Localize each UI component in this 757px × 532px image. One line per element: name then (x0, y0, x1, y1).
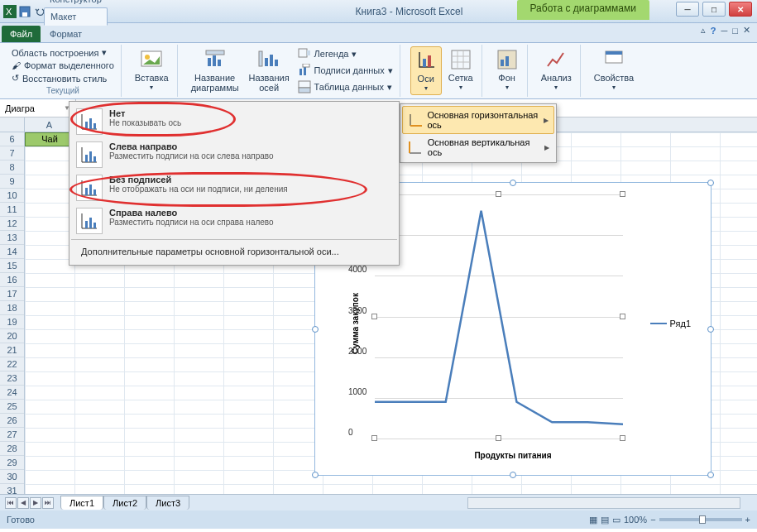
row-header[interactable]: 27 (0, 428, 24, 442)
row-header[interactable]: 23 (0, 371, 24, 386)
row-header[interactable]: 19 (0, 315, 24, 329)
svg-rect-7 (208, 58, 211, 66)
axis-option-2[interactable]: Без подписейНе отображать на оси ни подп… (71, 171, 397, 204)
zoom-level[interactable]: 100% (624, 515, 647, 525)
zoom-in-button[interactable]: + (745, 515, 750, 525)
axes-button[interactable]: Оси▾ (410, 46, 442, 95)
row-header[interactable]: 8 (0, 161, 24, 175)
axis-option-3[interactable]: Справа налевоРазместить подписи на оси с… (71, 204, 397, 237)
ribbon-tab-макет[interactable]: Макет (44, 7, 108, 26)
zoom-out-button[interactable]: − (650, 515, 655, 525)
axes-horizontal-item[interactable]: Основная горизонтальная ось▶ (402, 106, 554, 134)
view-pagebreak-icon[interactable]: ▭ (612, 515, 620, 525)
insert-button[interactable]: Вставка▾ (132, 46, 172, 93)
svg-rect-40 (93, 223, 96, 228)
ribbon-minimize-icon[interactable]: ▵ (701, 25, 706, 36)
ribbon-group-axes: Оси▾ Сетка▾ (405, 45, 482, 97)
data-table-button[interactable]: Таблица данных ▾ (296, 79, 395, 94)
ribbon-group-labels: Название диаграммы Названия осей Легенда… (183, 45, 400, 97)
row-header[interactable]: 11 (0, 203, 24, 217)
svg-rect-22 (428, 55, 431, 67)
row-header[interactable]: 18 (0, 301, 24, 315)
row-header[interactable]: 17 (0, 287, 24, 301)
data-labels-button[interactable]: Подписи данных ▾ (296, 63, 395, 78)
file-tab[interactable]: Файл (2, 26, 41, 42)
doc-close-icon[interactable]: ✕ (743, 25, 750, 36)
axis-option-desc: Разместить подписи на оси справа налево (109, 218, 274, 227)
gridlines-button[interactable]: Сетка▾ (445, 46, 477, 95)
zoom-slider[interactable] (659, 518, 742, 521)
save-icon[interactable] (18, 5, 31, 18)
reset-style-button[interactable]: ↺Восстановить стиль (10, 72, 116, 84)
chart-legend[interactable]: Ряд1 (650, 319, 691, 328)
chart-tools-contextual-tab: Работа с диаграммами (517, 0, 650, 20)
row-header[interactable]: 14 (0, 245, 24, 259)
row-header[interactable]: 20 (0, 329, 24, 343)
properties-button[interactable]: Свойства▾ (591, 46, 637, 93)
data-table-icon (298, 80, 311, 93)
row-header[interactable]: 12 (0, 217, 24, 231)
chart-y-axis-title[interactable]: Сумма закупок (351, 293, 360, 354)
view-layout-icon[interactable]: ▤ (601, 515, 609, 525)
row-header[interactable]: 30 (0, 470, 24, 484)
axis-option-desc: Разместить подписи на оси слева направо (109, 151, 274, 161)
format-selection-button[interactable]: 🖌Формат выделенного (10, 60, 116, 71)
gridlines-icon (449, 48, 472, 71)
row-header[interactable]: 25 (0, 400, 24, 414)
axis-titles-button[interactable]: Названия осей (246, 46, 293, 94)
row-header[interactable]: 10 (0, 189, 24, 203)
axis-option-0[interactable]: НетНе показывать ось (71, 105, 397, 138)
chart-x-axis-title[interactable]: Продукты питания (474, 451, 551, 460)
row-header[interactable]: 6 (0, 132, 24, 146)
ribbon-group-insert: Вставка▾ (127, 45, 178, 97)
axis-more-options[interactable]: Дополнительные параметры основной горизо… (71, 242, 397, 261)
legend-button[interactable]: Легенда ▾ (296, 46, 395, 61)
background-icon (496, 48, 519, 71)
sheet-nav-prev[interactable]: ◀ (17, 497, 29, 509)
ribbon-tab-формат[interactable]: Формат (44, 26, 108, 42)
sheet-nav-first[interactable]: ⏮ (5, 497, 17, 509)
sheet-tab[interactable]: Лист1 (60, 496, 103, 510)
row-header[interactable]: 22 (0, 357, 24, 371)
cell-a6[interactable]: Чай (25, 132, 74, 146)
row-header[interactable]: 29 (0, 456, 24, 470)
minimize-button[interactable]: ─ (676, 2, 699, 17)
chart-title-button[interactable]: Название диаграммы (188, 46, 242, 94)
help-icon[interactable]: ? (711, 26, 716, 36)
analysis-button[interactable]: Анализ▾ (538, 46, 575, 93)
svg-rect-13 (275, 60, 278, 66)
svg-rect-26 (505, 56, 509, 66)
row-header[interactable]: 31 (0, 484, 24, 494)
row-header[interactable]: 7 (0, 146, 24, 161)
svg-rect-12 (270, 55, 273, 66)
svg-rect-31 (93, 123, 96, 129)
sheet-nav-last[interactable]: ⏭ (42, 497, 54, 509)
row-header[interactable]: 16 (0, 273, 24, 287)
doc-restore-icon[interactable]: □ (732, 26, 738, 36)
sheet-nav-next[interactable]: ▶ (30, 497, 41, 509)
close-button[interactable]: ✕ (729, 2, 752, 17)
vertical-axis-icon (407, 139, 423, 156)
maximize-button[interactable]: □ (702, 2, 726, 17)
svg-rect-25 (501, 60, 504, 66)
row-header[interactable]: 21 (0, 343, 24, 357)
horizontal-scrollbar[interactable] (467, 497, 740, 509)
ribbon-tab-конструктор[interactable]: Конструктор (44, 0, 108, 7)
row-header[interactable]: 13 (0, 231, 24, 245)
axis-option-1[interactable]: Слева направоРазместить подписи на оси с… (71, 138, 397, 171)
axes-vertical-item[interactable]: Основная вертикальная ось▶ (402, 134, 554, 161)
sheet-tab[interactable]: Лист3 (146, 496, 189, 510)
view-normal-icon[interactable]: ▦ (589, 515, 597, 525)
row-header[interactable]: 28 (0, 442, 24, 456)
row-header[interactable]: 9 (0, 175, 24, 189)
sheet-tab[interactable]: Лист2 (103, 496, 146, 510)
selection-dropdown[interactable]: Область построения ▾ (10, 46, 116, 59)
row-header[interactable]: 24 (0, 386, 24, 400)
name-box[interactable]: Диагра▼ (0, 99, 76, 117)
column-header[interactable]: A (25, 117, 74, 132)
svg-rect-17 (304, 66, 306, 75)
row-header[interactable]: 26 (0, 414, 24, 428)
background-button[interactable]: Фон▾ (492, 46, 522, 93)
doc-minimize-icon[interactable]: ─ (721, 26, 728, 36)
row-header[interactable]: 15 (0, 259, 24, 273)
